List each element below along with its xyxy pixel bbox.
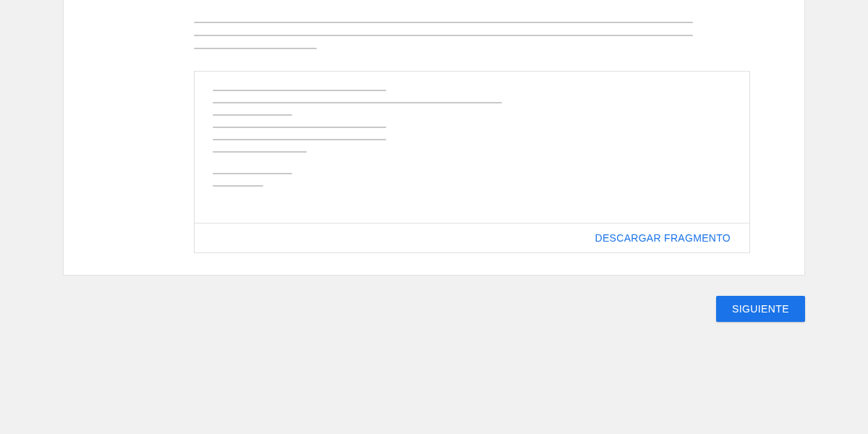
description-placeholder — [194, 0, 674, 49]
snippet-card: DESCARGAR FRAGMENTO — [194, 71, 750, 253]
action-row: SIGUIENTE — [0, 296, 805, 322]
placeholder-line — [213, 114, 292, 116]
placeholder-line — [213, 173, 292, 174]
placeholder-line — [194, 35, 693, 36]
placeholder-line — [213, 185, 263, 187]
download-snippet-button[interactable]: DESCARGAR FRAGMENTO — [595, 229, 731, 247]
content-area: DESCARGAR FRAGMENTO — [64, 0, 804, 253]
main-card: DESCARGAR FRAGMENTO — [63, 0, 805, 276]
placeholder-line — [213, 139, 386, 140]
snippet-body — [195, 72, 749, 223]
placeholder-line — [213, 102, 502, 103]
placeholder-line — [194, 22, 693, 23]
placeholder-line — [213, 127, 386, 128]
placeholder-line — [213, 90, 386, 91]
next-button[interactable]: SIGUIENTE — [716, 296, 805, 322]
placeholder-line — [194, 48, 317, 49]
placeholder-line — [213, 151, 307, 153]
snippet-footer: DESCARGAR FRAGMENTO — [195, 223, 749, 252]
